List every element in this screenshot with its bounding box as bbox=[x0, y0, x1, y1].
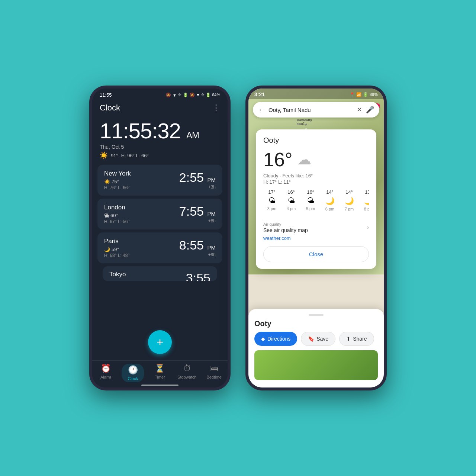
wifi-status-icon: 📶 bbox=[356, 92, 361, 97]
close-popup-button[interactable]: Close bbox=[263, 246, 369, 262]
maps-phone: 3:21 📍 📶 🔋 89% GovernmentBotanicalGarden… bbox=[245, 86, 387, 390]
popup-hl: H: 17° L: 11° bbox=[263, 179, 369, 185]
city-temp-paris: 59° bbox=[112, 247, 119, 252]
phones-container: 11:55 🔕 ▼ ✈ 🔋 🔕 ▼ ✈ 🔋 64% Clock ⋮ 11:55:… bbox=[89, 86, 387, 390]
city-time-london: 7:55 PM bbox=[179, 205, 216, 218]
nav-clock[interactable]: 🕐 Clock bbox=[122, 364, 144, 382]
maps-screen: 3:21 📍 📶 🔋 89% GovernmentBotanicalGarden… bbox=[248, 89, 384, 387]
panel-action-buttons: ◆ Directions 🔖 Save ⬆ Share bbox=[254, 332, 378, 346]
hour-time-7pm: 7 pm bbox=[345, 207, 354, 211]
city-name-london: London bbox=[104, 204, 129, 211]
data-icon: ▼ bbox=[173, 93, 177, 97]
hour-item-5pm: 16° 🌤 5 pm bbox=[302, 189, 319, 211]
clear-search-button[interactable]: ✕ bbox=[357, 106, 362, 114]
share-button[interactable]: ⬆ Share bbox=[339, 332, 374, 346]
location-status-icon: 📍 bbox=[350, 92, 355, 97]
city-offset-london: +8h bbox=[179, 218, 216, 223]
weather-source-link[interactable]: weather.com bbox=[263, 235, 369, 241]
hour-time-6pm: 6 pm bbox=[325, 207, 334, 211]
hour-time-8pm: 8 pm bbox=[364, 207, 369, 211]
map-search-bar: ← Ooty, Tamil Nadu ✕ 🎤 bbox=[253, 102, 379, 118]
hour-icon-8pm: 🌙 bbox=[364, 196, 369, 205]
bottom-nav: ⏰ Alarm 🕐 Clock ⏳ Timer ⏱ Stopwatch 🛏 bbox=[92, 360, 228, 387]
nav-bedtime[interactable]: 🛏 Bedtime bbox=[203, 364, 225, 382]
city-cards: New York ☀️ 75° H: 76° L: 66° 2:55 PM +3… bbox=[92, 165, 228, 281]
share-label: Share bbox=[353, 336, 367, 342]
air-quality-info: Air quality See air quality map bbox=[263, 222, 308, 233]
add-city-button[interactable]: + bbox=[148, 330, 172, 354]
menu-button[interactable]: ⋮ bbox=[212, 103, 220, 113]
city-left-new-york: New York ☀️ 75° H: 76° L: 66° bbox=[104, 170, 131, 190]
share-icon: ⬆ bbox=[346, 336, 351, 342]
timer-icon: ⏳ bbox=[155, 364, 165, 373]
mute-icon: 🔕 bbox=[166, 93, 171, 97]
back-button[interactable]: ← bbox=[258, 106, 265, 114]
directions-button[interactable]: ◆ Directions bbox=[254, 332, 297, 346]
nav-stopwatch[interactable]: ⏱ Stopwatch bbox=[176, 364, 198, 382]
app-title: Clock bbox=[100, 103, 120, 113]
place-preview-image bbox=[254, 350, 378, 380]
hour-temp-4pm: 16° bbox=[287, 189, 295, 195]
main-ampm: AM bbox=[186, 130, 199, 140]
city-hl-london: H: 67° L: 56° bbox=[104, 219, 129, 224]
battery-percent: 🔕 ▼ ✈ 🔋 64% bbox=[190, 93, 220, 97]
city-card-paris[interactable]: Paris 🌙 59° H: 68° L: 48° 8:55 PM +9h bbox=[97, 232, 222, 263]
city-time-new-york: 2:55 PM bbox=[179, 171, 216, 184]
city-card-london[interactable]: London 🌦 60° H: 67° L: 56° 7:55 PM +8h bbox=[97, 199, 222, 229]
city-weather-london: 🌦 60° bbox=[104, 213, 129, 218]
hour-icon-7pm: 🌙 bbox=[345, 196, 354, 205]
panel-handle bbox=[309, 314, 324, 316]
city-card-new-york[interactable]: New York ☀️ 75° H: 76° L: 66° 2:55 PM +3… bbox=[97, 165, 222, 196]
city-offset-new-york: +3h bbox=[179, 184, 216, 190]
city-left-paris: Paris 🌙 59° H: 68° L: 48° bbox=[104, 238, 129, 258]
hour-item-3pm: 17° 🌤 3 pm bbox=[263, 189, 280, 211]
city-ampm-paris: PM bbox=[208, 244, 216, 251]
popup-temperature: 16° bbox=[263, 148, 293, 171]
save-button[interactable]: 🔖 Save bbox=[301, 332, 335, 346]
battery-status-icon: 🔋 bbox=[363, 92, 368, 97]
weather-row: ☀️ 91° H: 96° L: 66° bbox=[100, 151, 220, 160]
city-temp-new-york: 75° bbox=[112, 179, 119, 184]
hour-icon-5pm: 🌤 bbox=[307, 196, 314, 205]
city-ampm-london: PM bbox=[208, 210, 216, 217]
air-quality-link[interactable]: See air quality map bbox=[263, 227, 308, 233]
popup-city-name: Ooty bbox=[263, 136, 369, 145]
battery-icon: 🔋 bbox=[183, 93, 188, 97]
weather-temp: 91° bbox=[111, 153, 118, 158]
save-label: Save bbox=[316, 336, 328, 342]
city-weather-icon-london: 🌦 bbox=[104, 213, 109, 218]
search-input-value[interactable]: Ooty, Tamil Nadu bbox=[268, 107, 353, 113]
city-name-new-york: New York bbox=[104, 170, 131, 177]
sun-icon: ☀️ bbox=[100, 151, 108, 160]
city-weather-icon-new-york: ☀️ bbox=[104, 179, 110, 184]
air-quality-row[interactable]: Air quality See air quality map › bbox=[263, 218, 369, 233]
popup-description: Cloudy · Feels like: 16° bbox=[263, 173, 369, 178]
voice-search-button[interactable]: 🎤 bbox=[366, 106, 374, 114]
city-time-tokyo: 3:55 bbox=[186, 271, 210, 281]
weather-hl: H: 96° L: 66° bbox=[121, 153, 149, 158]
city-right-london: 7:55 PM +8h bbox=[179, 205, 216, 223]
clock-screen: 11:55 🔕 ▼ ✈ 🔋 🔕 ▼ ✈ 🔋 64% Clock ⋮ 11:55:… bbox=[92, 89, 228, 387]
city-temp-london: 60° bbox=[110, 213, 118, 218]
city-card-tokyo[interactable]: Tokyo 3:55 bbox=[103, 266, 217, 281]
hour-temp-6pm: 14° bbox=[326, 189, 334, 195]
panel-place-name: Ooty bbox=[254, 319, 378, 328]
hour-temp-5pm: 16° bbox=[307, 189, 314, 195]
nav-clock-label: Clock bbox=[128, 376, 138, 381]
hour-temp-8pm: 13° bbox=[365, 189, 369, 195]
hour-icon-4pm: 🌤 bbox=[287, 196, 295, 205]
status-bar: 11:55 🔕 ▼ ✈ 🔋 🔕 ▼ ✈ 🔋 64% bbox=[92, 89, 228, 100]
maps-status-right: 📍 📶 🔋 89% bbox=[350, 92, 378, 97]
airplane-icon: ✈ bbox=[178, 93, 181, 97]
city-weather-icon-paris: 🌙 bbox=[104, 247, 110, 252]
hour-item-8pm: 13° 🌙 8 pm bbox=[360, 189, 369, 211]
home-indicator bbox=[141, 385, 178, 386]
city-offset-paris: +9h bbox=[179, 252, 216, 257]
city-right-paris: 8:55 PM +9h bbox=[179, 239, 216, 257]
nav-timer[interactable]: ⏳ Timer bbox=[149, 364, 171, 382]
air-quality-label: Air quality bbox=[263, 222, 308, 226]
nav-alarm[interactable]: ⏰ Alarm bbox=[94, 364, 117, 382]
maps-status-bar: 3:21 📍 📶 🔋 89% bbox=[248, 89, 384, 99]
hour-temp-7pm: 14° bbox=[345, 189, 353, 195]
directions-icon: ◆ bbox=[261, 336, 265, 342]
